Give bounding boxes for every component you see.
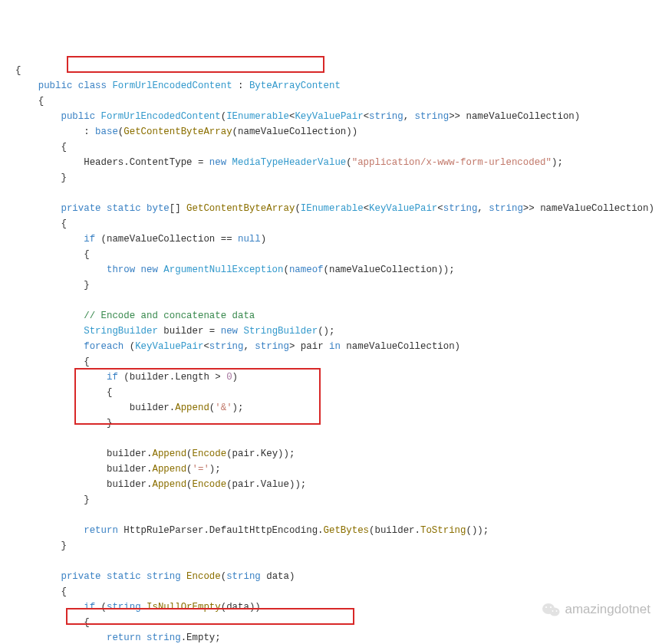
watermark-text: amazingdotnet — [565, 602, 650, 617]
brace: { — [15, 65, 21, 76]
keyword: public class — [38, 80, 107, 91]
svg-point-5 — [556, 610, 558, 612]
base-type: ByteArrayContent — [249, 80, 341, 91]
type-name: FormUrlEncodedContent — [112, 80, 232, 91]
watermark: amazingdotnet — [542, 602, 650, 617]
wechat-icon — [542, 602, 560, 617]
svg-point-4 — [552, 610, 554, 612]
svg-point-3 — [550, 606, 552, 608]
svg-point-1 — [550, 608, 560, 616]
code-block: { public class FormUrlEncodedContent : B… — [0, 61, 662, 644]
svg-point-2 — [545, 606, 547, 608]
